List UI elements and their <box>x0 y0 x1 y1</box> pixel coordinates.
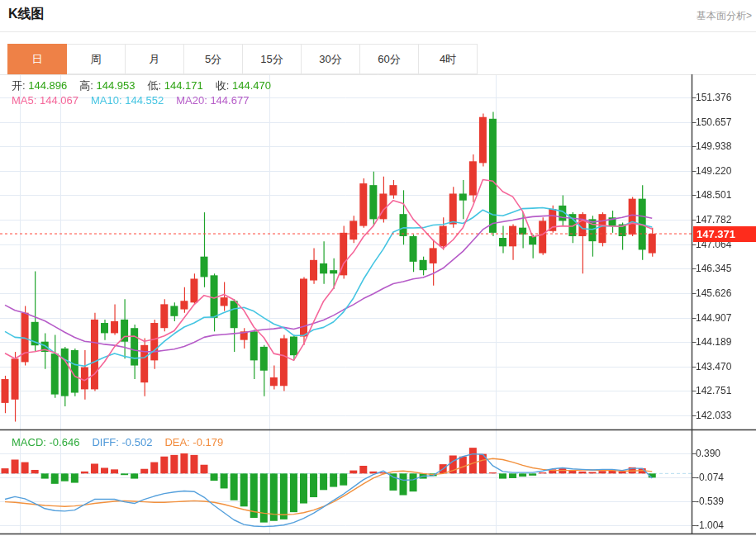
legend-item: DIFF: -0.502 <box>92 436 152 448</box>
legend-label: MA20: <box>176 94 207 107</box>
legend-value: 144.677 <box>210 94 249 107</box>
legend-value: -0.502 <box>122 436 153 448</box>
y-axis-label: 151.376 <box>696 91 754 104</box>
legend-value: 144.552 <box>125 94 164 107</box>
y-axis-label: 145.626 <box>696 287 754 300</box>
y-axis-label: 150.657 <box>696 116 754 129</box>
legend-label: DEA: <box>164 436 189 448</box>
legend-item: 高: 144.953 <box>79 79 135 92</box>
legend-value: -0.179 <box>193 436 223 448</box>
legend-label: 高: <box>79 79 93 92</box>
legend-item: MA5: 144.067 <box>12 94 78 107</box>
legend-item: 低: 144.171 <box>148 79 203 92</box>
current-price-badge: 147.371 <box>693 226 756 242</box>
legend-item: MACD: -0.646 <box>12 436 79 448</box>
ma-legend: MA5: 144.067MA10: 144.552MA20: 144.677 <box>12 94 261 107</box>
legend-item: 开: 144.896 <box>12 79 67 92</box>
y-axis-label: -0.074 <box>696 471 754 484</box>
legend-item: MA20: 144.677 <box>176 94 249 107</box>
y-axis-label: 148.501 <box>696 188 754 202</box>
y-axis-label: 142.751 <box>696 384 754 397</box>
legend-label: DIFF: <box>92 436 119 448</box>
legend-label: MA5: <box>12 94 36 107</box>
y-axis-label: 149.938 <box>696 140 754 153</box>
y-axis-label: 144.189 <box>696 335 754 349</box>
y-axis-label: 147.782 <box>696 213 754 226</box>
legend-label: 收: <box>216 79 230 92</box>
legend-value: 144.470 <box>232 79 271 92</box>
y-axis-label: 0.390 <box>696 447 754 460</box>
legend-value: -0.646 <box>50 436 80 448</box>
legend-label: 开: <box>12 79 26 92</box>
legend-label: 低: <box>148 79 162 92</box>
legend-value: 144.067 <box>40 94 78 107</box>
y-axis-label: 142.033 <box>696 409 754 422</box>
y-axis-label: 146.345 <box>696 262 754 275</box>
y-axis-label: -1.004 <box>696 519 754 532</box>
y-axis-label: -0.539 <box>696 495 754 508</box>
legend-label: MA10: <box>91 94 122 107</box>
legend-value: 144.896 <box>28 79 67 92</box>
y-axis-label: 143.470 <box>696 360 754 373</box>
y-axis-label: 144.907 <box>696 311 754 325</box>
ohlc-legend: 开: 144.896高: 144.953低: 144.171收: 144.470 <box>12 78 283 93</box>
legend-value: 144.953 <box>97 79 136 92</box>
legend-value: 144.171 <box>164 79 203 92</box>
macd-legend: MACD: -0.646DIFF: -0.502DEA: -0.179 <box>12 436 235 448</box>
tab-日[interactable]: 日 <box>7 44 67 74</box>
legend-label: MACD: <box>12 436 46 448</box>
y-axis-label: 149.220 <box>696 164 754 178</box>
legend-item: 收: 144.470 <box>216 79 271 92</box>
legend-item: MA10: 144.552 <box>91 94 164 107</box>
legend-item: DEA: -0.179 <box>164 436 223 448</box>
